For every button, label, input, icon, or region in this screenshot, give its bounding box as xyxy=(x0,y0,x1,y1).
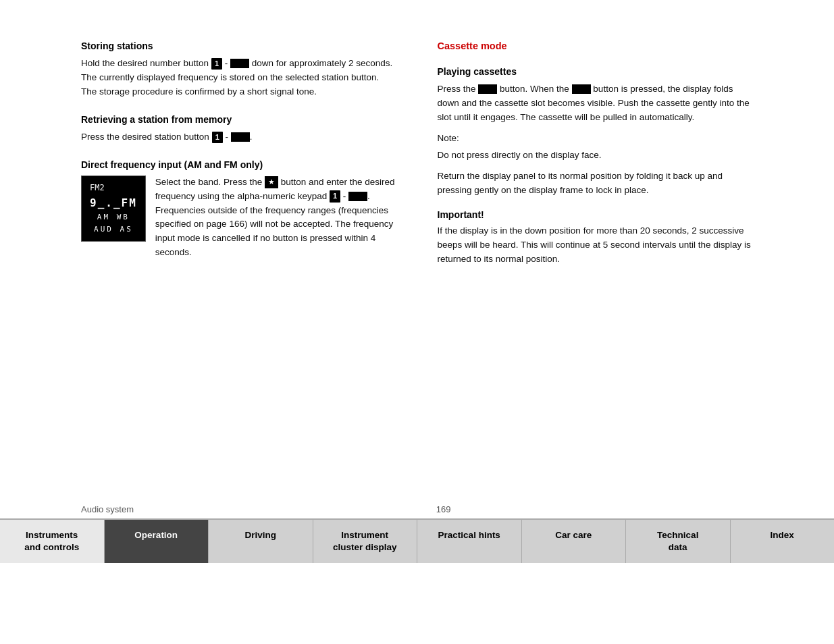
nav-tabs: Instrumentsand controls Operation Drivin… xyxy=(0,518,834,563)
right-column: Cassette mode Playing cassettes Press th… xyxy=(438,41,754,273)
btn-play-2 xyxy=(572,84,591,94)
display-line2: 9_._FM xyxy=(90,194,137,212)
storing-stations-body: Hold the desired number button 1 - down … xyxy=(81,57,397,99)
tab-driving[interactable]: Driving xyxy=(209,520,313,563)
btn-1c: 1 xyxy=(330,190,340,202)
playing-cassettes-title: Playing cassettes xyxy=(438,66,754,77)
display-line1: FM2 xyxy=(90,182,137,194)
important-label: Important! xyxy=(438,209,754,220)
display-box: FM2 9_._FM AM WB AUD AS xyxy=(81,176,146,242)
section-label: Audio system xyxy=(81,504,134,514)
btn-wide-3 xyxy=(348,192,367,201)
playing-cassettes-body: Press the button. When the button is pre… xyxy=(438,82,754,125)
page-number: 169 xyxy=(436,504,451,514)
note-label: Note: xyxy=(438,132,754,146)
tab-instruments-and-controls[interactable]: Instrumentsand controls xyxy=(0,520,105,563)
storing-stations-title: Storing stations xyxy=(81,41,397,51)
page-content: Storing stations Hold the desired number… xyxy=(0,0,834,300)
btn-wide-2 xyxy=(231,132,250,142)
footer: Audio system 169 Instrumentsand controls… xyxy=(0,500,834,563)
retrieving-title: Retrieving a station from memory xyxy=(81,114,397,125)
btn-1: 1 xyxy=(211,58,222,70)
cassette-mode-title: Cassette mode xyxy=(438,41,754,51)
left-column: Storing stations Hold the desired number… xyxy=(81,41,397,273)
tab-instrument-cluster-display[interactable]: Instrumentcluster display xyxy=(313,520,418,563)
page-number-bar: Audio system 169 xyxy=(0,500,834,518)
note-text-2: Return the display panel to its normal p… xyxy=(438,169,754,198)
direct-freq-wrapper: FM2 9_._FM AM WB AUD AS Select the band.… xyxy=(81,176,397,267)
star-btn: ★ xyxy=(265,176,278,188)
display-line3: AM WB AUD AS xyxy=(90,211,137,235)
btn-play-1 xyxy=(478,84,497,94)
direct-freq-title: Direct frequency input (AM and FM only) xyxy=(81,159,397,170)
btn-1b: 1 xyxy=(212,132,223,143)
tab-technical-data[interactable]: Technicaldata xyxy=(626,520,731,563)
direct-freq-body: Select the band. Press the ★ button and … xyxy=(155,176,397,261)
btn-wide-1 xyxy=(230,59,249,68)
important-body: If the display is in the down position f… xyxy=(438,224,754,267)
tab-index[interactable]: Index xyxy=(731,520,835,563)
tab-car-care[interactable]: Car care xyxy=(522,520,627,563)
note-text-1: Do not press directly on the display fac… xyxy=(438,149,754,163)
tab-operation[interactable]: Operation xyxy=(105,520,209,563)
retrieving-body: Press the desired station button 1 - . xyxy=(81,130,397,144)
tab-practical-hints[interactable]: Practical hints xyxy=(417,520,522,563)
